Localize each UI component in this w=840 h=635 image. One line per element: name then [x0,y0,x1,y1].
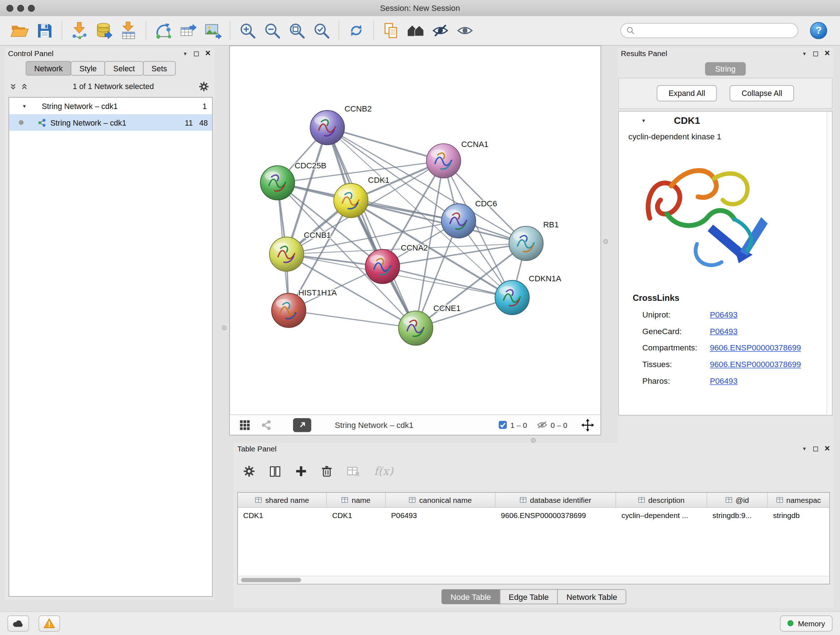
network-node-RB1[interactable] [509,226,543,261]
network-edge[interactable] [327,127,416,328]
cell-name[interactable]: CDK1 [327,508,386,522]
panel-collapse-icon[interactable]: ▼ [802,446,807,451]
panel-float-icon[interactable] [813,51,818,56]
crosslink-link[interactable]: P06493 [710,326,737,336]
network-node-CCNA2[interactable] [365,249,400,284]
help-button[interactable]: ? [810,22,827,39]
search-input[interactable] [638,26,792,35]
zoom-selected-button[interactable] [309,18,333,43]
collapse-all-button[interactable]: Collapse All [729,85,794,101]
cell-description[interactable]: cyclin–dependent ... [616,508,707,522]
panel-close-icon[interactable]: × [824,50,830,57]
gene-expand-icon[interactable]: ▼ [641,118,646,124]
column-header[interactable]: namespac [767,493,829,507]
network-canvas[interactable]: CCNB2CCNA1CDC25BCDK1CDC6RB1CCNB1CCNA2CDK… [230,46,600,415]
crosslink-link[interactable]: P06493 [710,310,737,319]
table-settings-gear-icon[interactable] [243,465,255,477]
network-edge[interactable] [382,266,512,298]
network-node-CCNE1[interactable] [399,311,433,345]
collection-expand-icon[interactable]: ▼ [22,103,27,109]
crosslink-link[interactable]: P06493 [710,377,737,386]
crosslink-link[interactable]: 9606.ENSP00000378699 [710,343,801,352]
panel-close-icon[interactable]: × [205,50,210,57]
cell-namespace[interactable]: stringdb [767,508,829,522]
network-node-CDC6[interactable] [441,204,476,238]
gene-section-header[interactable]: ▼ CDK1 [619,111,832,130]
export-image-button[interactable] [201,18,225,43]
column-header[interactable]: database identifier [496,493,616,507]
network-edge[interactable] [327,127,444,161]
column-header[interactable]: description [616,493,707,507]
zoom-out-button[interactable] [260,18,284,43]
column-header[interactable]: name [327,493,386,507]
copy-button[interactable] [379,18,403,43]
panel-float-icon[interactable] [194,51,199,56]
add-column-plus-icon[interactable] [295,465,307,477]
column-header[interactable]: shared name [238,493,327,507]
import-table-button[interactable] [116,18,141,43]
tab-network-table[interactable]: Network Table [557,589,627,604]
tab-select[interactable]: Select [104,61,143,76]
import-network-file-button[interactable] [67,18,92,43]
grid-view-icon[interactable] [240,420,250,431]
move-crosshair-icon[interactable] [581,418,594,432]
new-network-from-selection-button[interactable] [151,18,176,43]
network-node-CDK1[interactable] [334,183,368,218]
expand-all-chevrons-icon[interactable] [10,83,17,90]
tab-network[interactable]: Network [26,61,71,76]
network-options-gear-icon[interactable] [199,81,209,91]
export-table-button[interactable] [176,18,201,43]
birdseye-network-icon[interactable] [261,420,272,431]
network-node-CDC25B[interactable] [261,166,295,200]
network-node-CCNA1[interactable] [426,144,461,178]
crosslink-link[interactable]: 9606.ENSP00000378699 [710,360,801,369]
network-edge[interactable] [289,310,416,328]
delete-column-trash-icon[interactable] [321,465,333,478]
tab-string[interactable]: String [705,62,745,76]
network-collection-row[interactable]: ▼ String Network – cdk1 1 [9,98,212,114]
save-session-button[interactable] [32,18,57,43]
hide-selected-button[interactable] [428,18,453,43]
column-header[interactable]: canonical name [386,493,496,507]
cell-id[interactable]: stringdb:9... [707,508,767,522]
hidden-eye-slash-icon[interactable] [537,421,548,429]
cell-shared-name[interactable]: CDK1 [238,508,327,522]
tab-edge-table[interactable]: Edge Table [500,589,558,604]
network-node-CCNB1[interactable] [270,237,304,272]
first-neighbors-button[interactable] [403,18,428,43]
toolbar-search-field[interactable] [621,23,798,38]
results-scrollbar[interactable] [827,111,832,415]
tab-sets[interactable]: Sets [143,61,175,76]
import-network-database-button[interactable] [92,18,116,43]
network-node-CCNB2[interactable] [310,111,344,145]
zoom-fit-button[interactable] [284,18,309,43]
cell-canonical-name[interactable]: P06493 [386,508,496,522]
table-horizontal-scrollbar[interactable] [238,576,829,583]
column-header[interactable]: @id [707,493,767,507]
left-splitter-handle[interactable] [222,325,226,330]
panel-float-icon[interactable] [813,447,818,451]
right-splitter-handle[interactable] [603,239,608,244]
panel-collapse-icon[interactable]: ▼ [183,51,187,57]
tab-style[interactable]: Style [71,61,105,76]
open-session-button[interactable] [8,18,32,43]
refresh-layout-button[interactable] [344,18,369,43]
table-row[interactable]: CDK1 CDK1 P06493 9606.ENSP00000378699 cy… [238,508,829,522]
expand-all-button[interactable]: Expand All [657,85,717,101]
tab-node-table[interactable]: Node Table [441,589,500,604]
cell-database-identifier[interactable]: 9606.ENSP00000378699 [496,508,616,522]
memory-button[interactable]: Memory [780,616,832,631]
panel-close-icon[interactable]: × [824,445,830,453]
collapse-all-chevrons-icon[interactable] [21,83,28,90]
selected-checkbox-icon[interactable] [498,420,507,429]
detach-view-button[interactable] [293,418,311,432]
show-columns-icon[interactable] [269,465,281,478]
scrollbar-thumb[interactable] [241,578,301,582]
panel-collapse-icon[interactable]: ▼ [802,51,807,57]
bottom-splitter-handle[interactable] [531,438,536,443]
cloud-status-button[interactable] [8,616,29,631]
zoom-in-button[interactable] [235,18,260,43]
network-node-CDKN1A[interactable] [495,280,529,315]
warnings-button[interactable] [39,616,60,631]
show-all-button[interactable] [453,18,477,43]
